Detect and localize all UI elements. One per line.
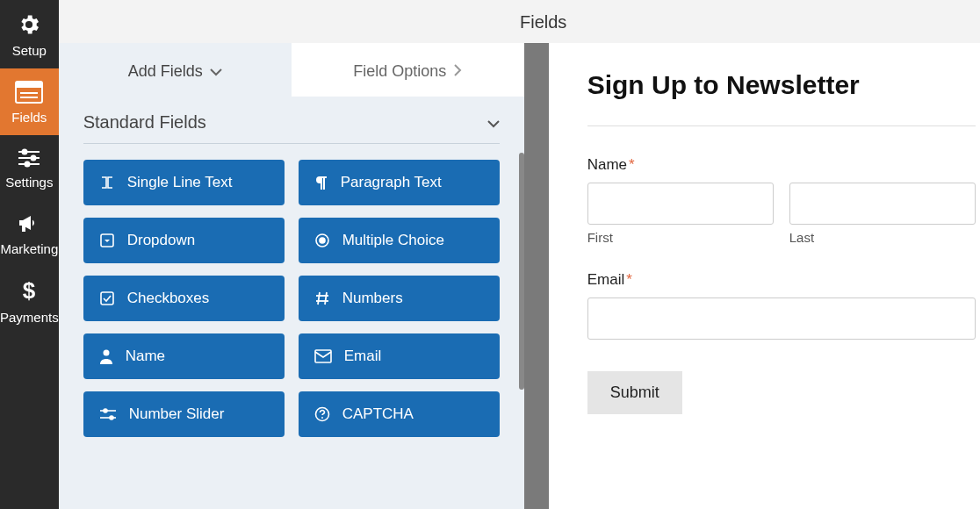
sliders-small-icon — [99, 407, 117, 421]
field-label: Dropdown — [127, 232, 196, 249]
svg-point-23 — [104, 409, 107, 412]
svg-point-7 — [32, 156, 36, 161]
section-standard-fields[interactable]: Standard Fields — [59, 97, 524, 143]
field-captcha[interactable]: CAPTCHA — [299, 391, 500, 437]
field-single-line-text[interactable]: Single Line Text — [83, 160, 285, 205]
svg-text:$: $ — [23, 279, 36, 304]
fields-panel: Add Fields Field Options Standard Fields — [59, 43, 524, 509]
form-icon — [15, 81, 43, 106]
last-name-input[interactable] — [789, 183, 976, 225]
svg-point-20 — [103, 350, 109, 356]
field-label: Single Line Text — [127, 174, 233, 191]
email-input[interactable] — [587, 298, 976, 340]
required-mark: * — [629, 156, 635, 173]
field-label: Name — [126, 348, 165, 365]
field-label: CAPTCHA — [342, 405, 414, 423]
field-label: Email — [344, 348, 382, 365]
field-label: Checkboxes — [127, 290, 210, 307]
sidebar-item-marketing[interactable]: Marketing — [0, 200, 59, 267]
radio-icon — [314, 233, 330, 248]
tab-label: Add Fields — [128, 62, 203, 81]
svg-point-5 — [23, 150, 27, 154]
field-numbers[interactable]: Numbers — [299, 276, 500, 321]
svg-rect-21 — [315, 350, 331, 362]
field-name[interactable]: Name — [83, 333, 285, 379]
name-label: Name* — [587, 156, 976, 174]
megaphone-icon — [17, 212, 41, 238]
panel-divider — [524, 43, 549, 509]
divider — [587, 125, 976, 126]
first-name-input[interactable] — [587, 183, 774, 225]
dollar-icon: $ — [21, 279, 37, 306]
svg-rect-1 — [16, 82, 42, 88]
envelope-icon — [314, 349, 332, 363]
label-text: Email — [587, 271, 625, 288]
sidebar-item-settings[interactable]: Settings — [0, 135, 59, 200]
sidebar-item-label: Settings — [5, 175, 53, 190]
field-dropdown[interactable]: Dropdown — [83, 218, 285, 263]
required-mark: * — [626, 271, 632, 288]
submit-button[interactable]: Submit — [587, 371, 682, 414]
svg-point-14 — [320, 238, 325, 243]
form-preview: Sign Up to Newsletter Name* First Last E… — [549, 43, 980, 509]
svg-rect-10 — [22, 226, 25, 232]
section-title: Standard Fields — [83, 112, 206, 133]
tab-field-options[interactable]: Field Options — [292, 43, 524, 97]
field-multiple-choice[interactable]: Multiple Choice — [299, 218, 500, 263]
page-title: Fields — [59, 0, 980, 43]
field-label: Number Slider — [129, 405, 225, 423]
checkbox-icon — [99, 290, 115, 306]
field-paragraph-text[interactable]: Paragraph Text — [299, 160, 500, 205]
field-number-slider[interactable]: Number Slider — [83, 391, 285, 437]
sidebar-item-label: Setup — [12, 43, 47, 58]
sidebar: Setup Fields Settings Marketing $ Paymen… — [0, 0, 59, 509]
svg-point-25 — [110, 416, 113, 419]
field-label: Numbers — [342, 290, 403, 307]
sliders-icon — [17, 147, 41, 171]
question-circle-icon — [314, 406, 330, 422]
field-label: Paragraph Text — [341, 174, 442, 191]
field-email[interactable]: Email — [299, 333, 500, 379]
field-label: Multiple Choice — [342, 232, 444, 249]
caret-down-square-icon — [99, 233, 115, 248]
paragraph-icon — [314, 175, 328, 190]
text-cursor-icon — [99, 175, 115, 190]
scrollbar[interactable] — [519, 153, 524, 390]
form-title: Sign Up to Newsletter — [587, 69, 976, 101]
sidebar-item-setup[interactable]: Setup — [0, 0, 59, 68]
tab-add-fields[interactable]: Add Fields — [59, 43, 292, 97]
svg-rect-15 — [101, 292, 113, 305]
label-text: Name — [587, 156, 627, 173]
sidebar-item-payments[interactable]: $ Payments — [0, 267, 59, 335]
gear-icon — [17, 12, 41, 39]
person-icon — [99, 348, 113, 364]
sidebar-item-fields[interactable]: Fields — [0, 68, 59, 135]
last-sublabel: Last — [789, 230, 976, 245]
email-label: Email* — [587, 271, 976, 289]
svg-line-17 — [325, 292, 327, 305]
sidebar-item-label: Fields — [11, 110, 47, 125]
field-checkboxes[interactable]: Checkboxes — [83, 276, 285, 321]
first-sublabel: First — [587, 230, 774, 245]
svg-line-16 — [318, 292, 320, 305]
hash-icon — [314, 290, 330, 306]
sidebar-item-label: Marketing — [0, 241, 58, 256]
tab-label: Field Options — [353, 62, 446, 81]
chevron-right-icon — [453, 62, 462, 81]
chevron-down-icon — [210, 62, 222, 81]
svg-point-27 — [321, 417, 323, 419]
chevron-down-icon — [487, 112, 500, 133]
divider — [83, 143, 500, 144]
sidebar-item-label: Payments — [0, 310, 59, 325]
main-area: Fields Add Fields Field Options — [59, 0, 980, 509]
svg-point-9 — [25, 162, 30, 167]
